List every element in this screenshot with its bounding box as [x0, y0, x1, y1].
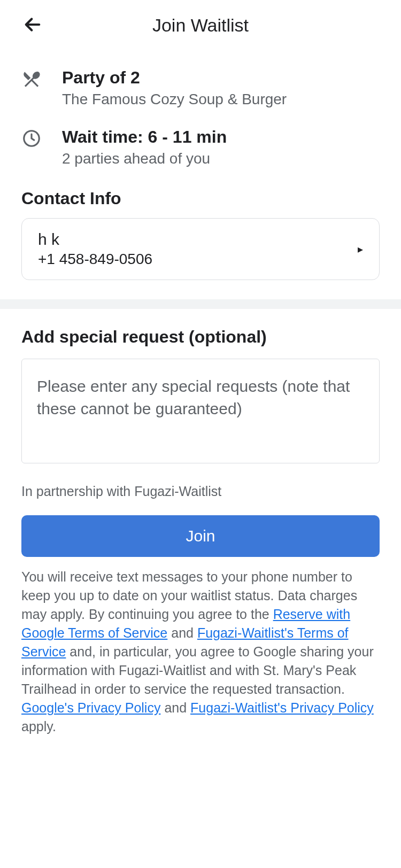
fugazi-privacy-link[interactable]: Fugazi-Waitlist's Privacy Policy	[190, 700, 374, 715]
back-button[interactable]	[21, 13, 44, 38]
contact-card[interactable]: h k +1 458-849-0506 ▸	[21, 218, 380, 280]
legal-text-4: and	[160, 700, 190, 715]
wait-row: Wait time: 6 - 11 min 2 parties ahead of…	[21, 127, 380, 167]
restaurant-icon	[21, 68, 45, 91]
contact-name: h k	[38, 230, 358, 249]
legal-text-5: apply.	[21, 719, 56, 734]
page-title: Join Waitlist	[21, 15, 380, 36]
join-button[interactable]: Join	[21, 515, 380, 557]
restaurant-name: The Famous Cozy Soup & Burger	[62, 91, 380, 108]
google-privacy-link[interactable]: Google's Privacy Policy	[21, 700, 160, 715]
partnership-label: In partnership with Fugazi-Waitlist	[0, 466, 401, 499]
contact-heading: Contact Info	[0, 187, 401, 218]
party-title: Party of 2	[62, 68, 380, 88]
arrow-left-icon	[21, 13, 44, 36]
wait-title: Wait time: 6 - 11 min	[62, 127, 380, 147]
legal-text-2: and	[167, 625, 197, 640]
legal-text: You will receive text messages to your p…	[0, 557, 401, 736]
header: Join Waitlist	[0, 0, 401, 46]
wait-ahead: 2 parties ahead of you	[62, 150, 380, 167]
divider	[0, 299, 401, 309]
request-heading: Add special request (optional)	[21, 327, 380, 347]
chevron-right-icon: ▸	[358, 243, 363, 255]
legal-text-3: and, in particular, you agree to Google …	[21, 644, 374, 696]
clock-icon	[21, 127, 45, 151]
special-request-input[interactable]	[21, 359, 380, 463]
party-row: Party of 2 The Famous Cozy Soup & Burger	[21, 68, 380, 108]
contact-phone: +1 458-849-0506	[38, 251, 358, 268]
